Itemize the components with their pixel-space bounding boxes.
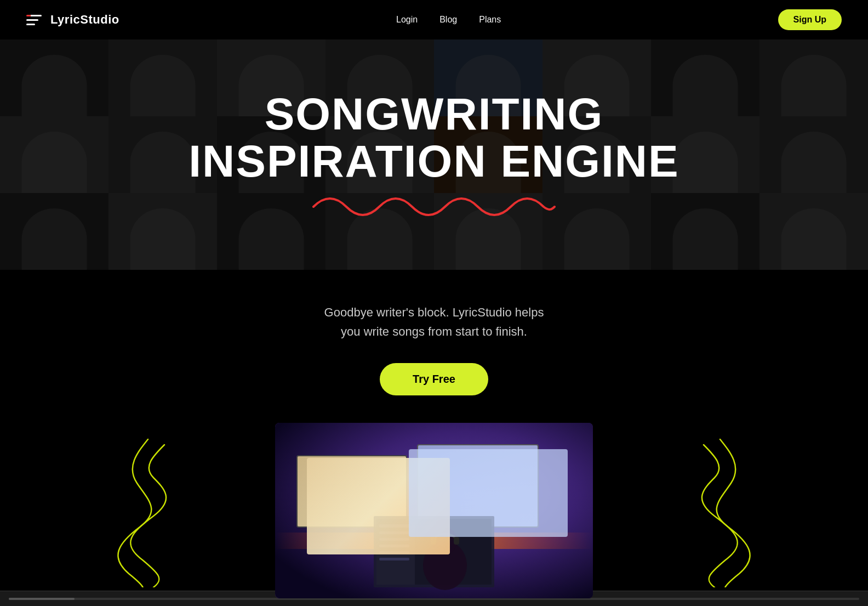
scrollbar-thumb[interactable] [9,598,75,600]
photo-cell [434,193,542,270]
studio-preview-section [0,417,868,604]
logo-icon [26,15,42,25]
photo-cell [108,193,217,270]
svg-rect-18 [454,537,459,545]
photo-cell [542,193,651,270]
svg-rect-11 [379,538,409,541]
nav-link-plans[interactable]: Plans [479,15,501,24]
svg-rect-2 [297,456,407,527]
nav-item-login[interactable]: Login [396,15,418,25]
svg-rect-4 [418,445,538,527]
svg-rect-8 [376,519,415,585]
waveform-right-decoration [682,434,791,587]
photo-cell [0,193,108,270]
svg-rect-14 [379,558,409,560]
photo-cell [760,193,868,270]
nav-link-login[interactable]: Login [396,15,418,24]
photo-cell [0,116,108,193]
photo-cell [217,39,326,116]
photo-cell [0,39,108,116]
photo-cell [542,116,651,193]
photo-cell [108,116,217,193]
svg-rect-1 [275,533,593,549]
photo-cell [326,193,434,270]
nav-item-plans[interactable]: Plans [479,15,501,25]
svg-rect-9 [379,524,409,528]
photo-cell [108,39,217,116]
photo-cell [326,39,434,116]
waveform-left-decoration [77,434,186,587]
svg-rect-12 [379,545,409,547]
subtitle-section: Goodbye writer's block. LyricStudio help… [0,270,868,417]
studio-preview-image [275,423,593,598]
subtitle-text: Goodbye writer's block. LyricStudio help… [270,303,598,341]
studio-image-svg [275,423,593,598]
nav-brand: LyricStudio [26,13,119,27]
svg-point-15 [423,541,467,590]
hero-section: SONGWRITING INSPIRATION ENGINE [0,39,868,270]
nav-item-blog[interactable]: Blog [439,15,457,25]
photo-grid [0,39,868,270]
navbar: LyricStudio Login Blog Plans Sign Up [0,0,868,39]
photo-cell [326,116,434,193]
brand-name: LyricStudio [50,13,119,27]
photo-cell [217,116,326,193]
photo-cell [760,116,868,193]
photo-cell [760,39,868,116]
photo-cell [651,39,760,116]
photo-cell [217,193,326,270]
photo-cell [651,116,760,193]
signup-button[interactable]: Sign Up [778,9,842,30]
photo-cell [434,39,542,116]
svg-rect-13 [379,551,409,554]
svg-rect-17 [431,537,436,545]
try-free-button[interactable]: Try Free [380,363,488,395]
photo-cell [434,116,542,193]
nav-links: Login Blog Plans [396,15,501,25]
photo-cell [542,39,651,116]
svg-rect-3 [297,456,407,527]
svg-rect-10 [379,531,409,534]
photo-cell [651,193,760,270]
svg-rect-5 [418,445,538,527]
svg-point-16 [433,527,457,554]
nav-link-blog[interactable]: Blog [439,15,457,24]
